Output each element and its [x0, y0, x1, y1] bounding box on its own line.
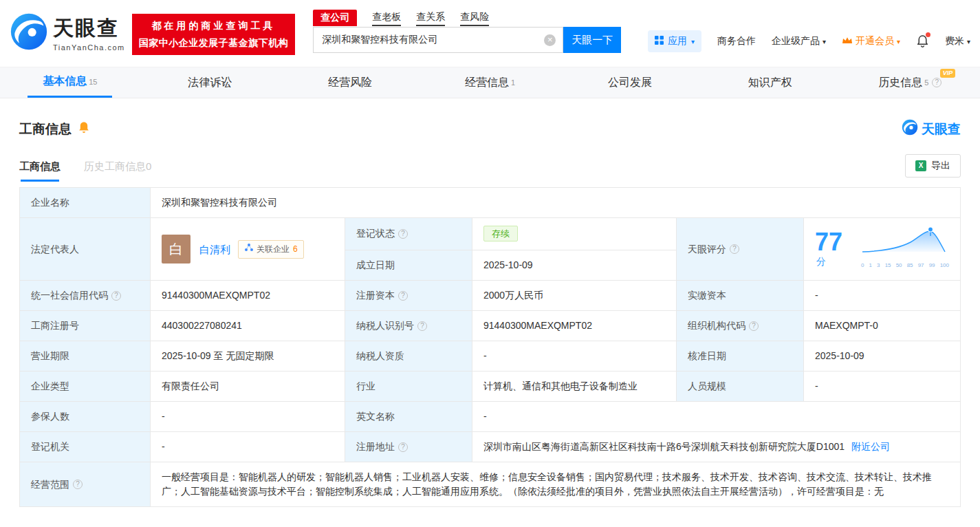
apps-menu[interactable]: 应用 ▾ — [648, 30, 701, 52]
search-tab-relation[interactable]: 查关系 — [416, 11, 445, 26]
tab-label: 历史信息 — [878, 76, 922, 90]
tab-operation-risk[interactable]: 经营风险 — [280, 67, 420, 98]
field-value-reg-address: 深圳市南山区粤海街道高新区社区科技南十路6号深圳航天科技创新研究院大厦D1001… — [472, 432, 961, 462]
tab-label: 经营风险 — [328, 76, 372, 90]
help-icon[interactable]: ? — [417, 321, 427, 331]
vip-label: 开通会员 — [856, 35, 894, 47]
score-axis-labels: 0131550859799100 — [861, 258, 949, 272]
field-value-legal-rep: 白 白清利 — [151, 218, 345, 281]
subtab-history-business-info[interactable]: 历史工商信息0 — [84, 160, 151, 182]
field-label-business-term: 营业期限 — [20, 341, 151, 372]
slogan-line2: 国家中小企业发展子基金旗下机构 — [139, 34, 289, 52]
legal-rep-avatar[interactable]: 白 — [162, 235, 190, 264]
search-input[interactable] — [314, 28, 563, 52]
search-button[interactable]: 天眼一下 — [563, 27, 621, 53]
tab-basic-info[interactable]: 基本信息15 — [0, 67, 140, 98]
table-row: 工商注册号 440300227080241 纳税人识别号? 91440300MA… — [20, 311, 961, 341]
table-row: 企业类型 有限责任公司 行业 计算机、通信和其他电子设备制造业 人员规模 - — [20, 372, 961, 402]
chevron-down-icon: ▾ — [823, 38, 826, 45]
search-area: 查公司 查老板 查关系 查风险 × 天眼一下 — [313, 8, 621, 53]
tab-legal-proceedings[interactable]: 法律诉讼 — [140, 67, 281, 98]
field-value-industry: 计算机、通信和其他电子设备制造业 — [472, 372, 677, 402]
alert-bell-icon[interactable] — [78, 121, 90, 138]
tab-history-info[interactable]: 历史信息 5 ? VIP — [840, 67, 980, 98]
field-label-reg-status: 登记状态? — [345, 218, 472, 250]
help-icon[interactable]: ? — [111, 291, 121, 301]
table-row: 企业名称 深圳和聚智控科技有限公司 — [20, 188, 961, 218]
help-icon[interactable]: ? — [730, 244, 739, 254]
nav-enterprise-products[interactable]: 企业级产品 ▾ — [772, 35, 826, 47]
subtab-business-info[interactable]: 工商信息 — [19, 160, 61, 182]
field-label-staff-size: 人员规模 — [677, 372, 804, 402]
field-label-establish-date: 成立日期 — [345, 250, 472, 281]
tab-label: 公司发展 — [608, 76, 652, 90]
network-icon — [244, 242, 253, 257]
field-label-company-type: 企业类型 — [20, 372, 151, 402]
help-icon[interactable]: ? — [749, 321, 759, 331]
field-value-staff-size: - — [804, 372, 961, 402]
field-value-reg-capital: 2000万人民币 — [472, 281, 677, 311]
nav-user-menu[interactable]: 费米 ▾ — [945, 35, 970, 47]
export-button[interactable]: X 导出 — [905, 154, 961, 178]
field-value-insured-count: - — [151, 402, 345, 432]
username: 费米 — [945, 35, 964, 47]
field-label-reg-number: 工商注册号 — [20, 311, 151, 341]
field-value-reg-authority: - — [151, 432, 345, 462]
tab-intellectual-property[interactable]: 知识产权 — [700, 67, 840, 98]
address-text: 深圳市南山区粤海街道高新区社区科技南十路6号深圳航天科技创新研究院大厦D1001 — [483, 441, 845, 452]
apps-label: 应用 — [668, 35, 687, 47]
help-icon[interactable]: ? — [932, 78, 941, 87]
nearby-companies-link[interactable]: 附近公司 — [851, 441, 890, 452]
help-icon[interactable]: ? — [398, 442, 408, 452]
help-icon[interactable]: ? — [398, 291, 408, 301]
export-label: 导出 — [931, 160, 950, 172]
company-section-tabs: 基本信息15 法律诉讼 经营风险 经营信息1 公司发展 知识产权 历史信息 5 … — [0, 67, 980, 98]
field-label-legal-rep: 法定代表人 — [20, 218, 151, 281]
status-badge: 存续 — [483, 226, 518, 241]
tab-company-development[interactable]: 公司发展 — [560, 67, 700, 98]
clear-search-icon[interactable]: × — [544, 34, 556, 46]
slogan-line1: 都在用的商业查询工具 — [139, 17, 289, 34]
tab-label: 经营信息 — [465, 76, 509, 90]
excel-icon: X — [915, 160, 926, 171]
nav-open-vip[interactable]: 开通会员 ▾ — [842, 35, 900, 47]
field-label-industry: 行业 — [345, 372, 472, 402]
field-value-paid-capital: - — [804, 281, 961, 311]
field-label-approval-date: 核准日期 — [677, 341, 804, 372]
help-icon[interactable]: ? — [73, 480, 83, 489]
legal-rep-name-link[interactable]: 白清利 — [199, 242, 230, 257]
main-content: 工商信息 天眼查 工商信息 — [0, 98, 980, 527]
score-curve-chart: 0131550859799100 — [861, 226, 949, 272]
search-tab-risk[interactable]: 查风险 — [460, 11, 489, 26]
nav-enterprise-label: 企业级产品 — [772, 35, 820, 47]
vip-badge: VIP — [940, 69, 956, 78]
field-label-tyc-score: 天眼评分? — [677, 218, 804, 281]
field-value-company-type: 有限责任公司 — [151, 372, 345, 402]
nav-cooperation[interactable]: 商务合作 — [717, 35, 756, 47]
field-value-business-term: 2025-10-09 至 无固定期限 — [151, 341, 345, 372]
field-label-credit-code: 统一社会信用代码? — [20, 281, 151, 311]
brand-slogan: 都在用的商业查询工具 国家中小企业发展子基金旗下机构 — [132, 14, 296, 55]
tab-label: 法律诉讼 — [188, 76, 232, 90]
notification-bell-icon[interactable] — [916, 34, 929, 48]
section-title: 工商信息 — [19, 120, 72, 138]
field-value-taxpayer-id: 91440300MAEXQMPT02 — [472, 311, 677, 341]
table-row: 统一社会信用代码? 91440300MAEXQMPT02 注册资本? 2000万… — [20, 281, 961, 311]
related-companies-badge[interactable]: 关联企业 6 — [238, 240, 304, 259]
score-unit: 分 — [816, 256, 826, 267]
search-tab-boss[interactable]: 查老板 — [372, 11, 401, 26]
search-tabs: 查公司 查老板 查关系 查风险 — [313, 8, 621, 26]
field-value-taxpayer-quality: - — [472, 341, 677, 372]
table-row: 法定代表人 白 白清利 — [20, 218, 961, 250]
logo-subtitle: TianYanCha.com — [53, 43, 125, 52]
field-label-reg-capital: 注册资本? — [345, 281, 472, 311]
chevron-down-icon: ▾ — [967, 38, 970, 45]
score-number: 77 — [815, 228, 842, 256]
field-value-tyc-score: 77分 — [804, 218, 961, 281]
tab-operation-info[interactable]: 经营信息1 — [420, 67, 560, 98]
tianyancha-logo[interactable]: 天眼查 TianYanCha.com — [10, 12, 125, 53]
chevron-down-icon: ▾ — [897, 38, 900, 45]
notification-dot — [926, 32, 930, 37]
help-icon[interactable]: ? — [398, 229, 408, 239]
search-tab-company[interactable]: 查公司 — [313, 10, 357, 26]
